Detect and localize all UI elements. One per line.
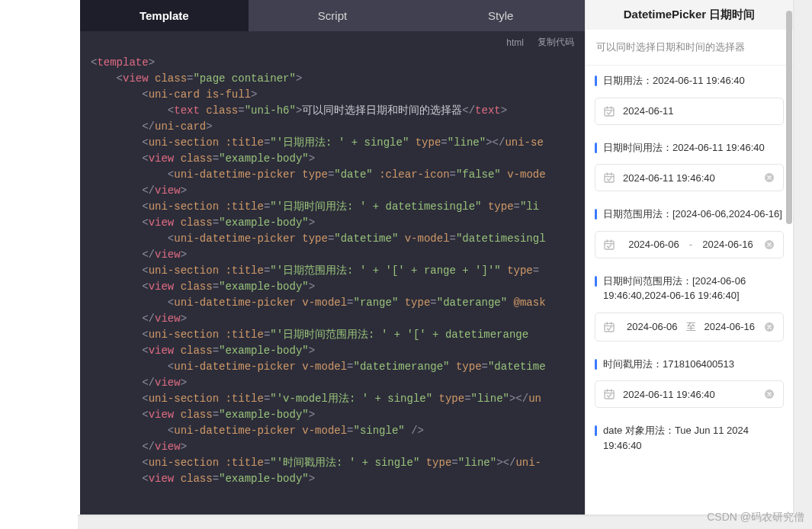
code-tabs: Template Script Style	[80, 0, 585, 31]
watermark: CSDN @码农研究僧	[707, 511, 804, 524]
picker-value: 2024-06-11 19:46:40	[623, 172, 715, 184]
section-title: date 对象用法：Tue Jun 11 2024 19:46:40	[586, 415, 793, 459]
picker-end: 2024-06-16	[701, 321, 759, 332]
section-bar	[595, 359, 597, 370]
clear-icon[interactable]	[763, 321, 775, 333]
preview-scrollbar[interactable]	[786, 11, 792, 510]
tab-script[interactable]: Script	[249, 0, 417, 31]
section-title: 日期时间范围用法：[2024-06-06 19:46:40,2024-06-16…	[586, 266, 793, 309]
calendar-icon	[603, 321, 615, 333]
calendar-icon	[603, 388, 615, 400]
code-panel: Template Script Style html 复制代码 <templat…	[80, 0, 585, 515]
svg-rect-1	[605, 174, 614, 182]
calendar-icon	[603, 172, 615, 184]
datetime-picker[interactable]: 2024-06-06至2024-06-16	[595, 313, 784, 341]
datetime-picker[interactable]: 2024-06-11	[595, 98, 784, 125]
datetime-picker[interactable]: 2024-06-06-2024-06-16	[595, 231, 784, 258]
tab-template[interactable]: Template	[80, 0, 249, 31]
code-header: html 复制代码	[80, 31, 585, 50]
scrollbar-thumb[interactable]	[786, 11, 792, 224]
copy-code-button[interactable]: 复制代码	[538, 36, 574, 49]
datetime-picker[interactable]: 2024-06-11 19:46:40	[595, 380, 784, 408]
section-title: 日期时间用法：2024-06-11 19:46:40	[586, 133, 793, 162]
svg-rect-5	[605, 323, 614, 332]
picker-start: 2024-06-06	[623, 239, 685, 250]
section-title: 时间戳用法：1718106400513	[586, 349, 793, 378]
picker-end: 2024-06-16	[697, 239, 759, 250]
preview-desc: 可以同时选择日期和时间的选择器	[586, 30, 793, 66]
picker-value: 2024-06-11	[623, 105, 674, 117]
section-title-text: date 对象用法：Tue Jun 11 2024 19:46:40	[603, 423, 784, 453]
picker-value: 2024-06-11 19:46:40	[623, 389, 715, 400]
section-bar	[595, 276, 597, 287]
datetime-picker[interactable]: 2024-06-11 19:46:40	[595, 164, 784, 191]
section-bar	[595, 425, 597, 436]
section-title: 日期范围用法：[2024-06-06,2024-06-16]	[586, 199, 793, 228]
picker-sep: -	[685, 239, 697, 250]
section-title-text: 日期用法：2024-06-11 19:46:40	[603, 73, 745, 88]
section-title-text: 日期时间用法：2024-06-11 19:46:40	[603, 140, 765, 155]
calendar-icon	[603, 105, 615, 117]
section-title-text: 日期范围用法：[2024-06-06,2024-06-16]	[603, 207, 782, 222]
svg-rect-7	[605, 390, 614, 399]
section-title: 日期用法：2024-06-11 19:46:40	[586, 66, 793, 95]
picker-start: 2024-06-06	[623, 321, 682, 332]
section-title-text: 时间戳用法：1718106400513	[603, 357, 734, 372]
svg-rect-3	[605, 241, 614, 249]
clear-icon[interactable]	[763, 388, 775, 400]
left-gutter	[0, 0, 78, 529]
tab-style[interactable]: Style	[416, 0, 585, 31]
section-bar	[595, 75, 597, 86]
clear-icon[interactable]	[763, 239, 775, 251]
picker-sep: 至	[682, 320, 701, 334]
section-bar	[595, 209, 597, 220]
section-bar	[595, 143, 597, 153]
preview-panel: DatetimePicker 日期时间 可以同时选择日期和时间的选择器 日期用法…	[585, 0, 793, 515]
preview-title: DatetimePicker 日期时间	[586, 0, 793, 30]
code-lang-label: html	[506, 37, 524, 48]
code-body[interactable]: <template> <view class="page container">…	[80, 50, 585, 515]
section-title-text: 日期时间范围用法：[2024-06-06 19:46:40,2024-06-16…	[603, 274, 784, 303]
calendar-icon	[603, 239, 615, 251]
svg-rect-0	[605, 107, 614, 116]
clear-icon[interactable]	[763, 172, 775, 184]
